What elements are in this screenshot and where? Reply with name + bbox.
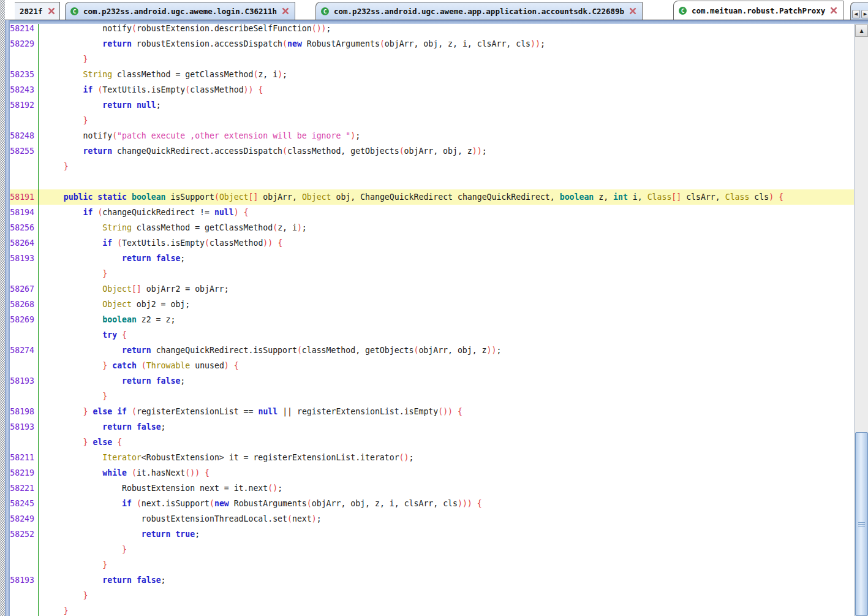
code-line[interactable]: 58235 String classMethod = getClassMetho… (10, 67, 854, 82)
code-text: return false; (36, 572, 166, 588)
tab-label: 2821f (20, 7, 43, 16)
code-line[interactable]: 58211 Iterator<RobustExtension> it = reg… (10, 450, 854, 465)
gutter-separator-line (38, 21, 39, 616)
tab-scroll-right-button[interactable]: ▶ (861, 10, 868, 18)
line-number: 58243 (10, 82, 36, 97)
code-line[interactable]: } (10, 542, 854, 557)
code-line[interactable]: 58219 while (it.hasNext()) { (10, 465, 854, 481)
line-number: 58193 (10, 373, 36, 389)
line-number: 58268 (10, 297, 36, 312)
code-text: } (36, 266, 107, 281)
code-line[interactable]: } else { (10, 435, 854, 450)
code-line[interactable]: 58243 if (TextUtils.isEmpty(classMethod)… (10, 82, 854, 97)
line-number: 58194 (10, 205, 36, 220)
tab-close-icon[interactable] (830, 7, 837, 14)
code-text: if (TextUtils.isEmpty(classMethod)) { (36, 82, 263, 97)
tab-label: com.meituan.robust.PatchProxy (692, 6, 825, 15)
code-line[interactable]: 58194 if (changeQuickRedirect != null) { (10, 205, 854, 220)
tab-4[interactable]: Ccom.meituan.robust.PatchProxy (673, 1, 843, 20)
class-icon: C (679, 7, 687, 15)
code-line[interactable]: } (10, 266, 854, 281)
code-text: return null; (36, 97, 161, 113)
tab-scroll-left-button[interactable]: ◀ (852, 10, 860, 18)
code-line[interactable]: } (10, 51, 854, 67)
code-text: Object[] objArr2 = objArr; (36, 281, 229, 297)
code-line[interactable]: } (10, 159, 854, 174)
code-line[interactable]: 58267 Object[] objArr2 = objArr; (10, 281, 854, 297)
line-number: 58269 (10, 312, 36, 327)
code-line[interactable]: } (10, 389, 854, 404)
tab-bar: 2821fCcom.p232ss.android.ugc.aweme.login… (5, 0, 868, 20)
code-line[interactable]: try { (10, 327, 854, 343)
code-line[interactable]: 58274 return changeQuickRedirect.isSuppo… (10, 343, 854, 358)
code-text: notify("patch execute ,other extension w… (36, 128, 360, 143)
code-text: boolean z2 = z; (36, 312, 175, 327)
code-text: return false; (36, 251, 185, 266)
code-line[interactable] (10, 174, 854, 189)
editor-top-border (5, 20, 868, 24)
line-number: 58193 (10, 251, 36, 266)
code-line[interactable]: 58252 return true; (10, 527, 854, 542)
code-line[interactable]: 58245 if (next.isSupport(new RobustArgum… (10, 496, 854, 511)
line-number: 58256 (10, 220, 36, 235)
line-number: 58211 (10, 450, 36, 465)
tab-close-icon[interactable] (48, 7, 55, 15)
line-number: 58245 (10, 496, 36, 511)
highlighted-code-line[interactable]: 58191 public static boolean isSupport(Ob… (10, 189, 854, 205)
code-line[interactable]: 58193 return false; (10, 251, 854, 266)
tab-close-icon[interactable] (629, 7, 636, 15)
code-line[interactable]: 58229 return robustExtension.accessDispa… (10, 36, 854, 51)
code-line[interactable]: 58192 return null; (10, 97, 854, 113)
code-text: } else if (registerExtensionList == null… (36, 404, 462, 419)
code-text: return robustExtension.accessDispatch(ne… (36, 36, 545, 51)
code-line[interactable]: 58221 RobustExtension next = it.next(); (10, 481, 854, 496)
code-line[interactable]: 58255 return changeQuickRedirect.accessD… (10, 143, 854, 159)
line-number: 58191 (10, 189, 36, 205)
code-line[interactable]: } (10, 113, 854, 128)
line-number: 58255 (10, 143, 36, 159)
code-line[interactable]: 58256 String classMethod = getClassMetho… (10, 220, 854, 235)
code-line[interactable]: } (10, 588, 854, 603)
code-text: } (36, 542, 127, 557)
code-text: while (it.hasNext()) { (36, 465, 209, 481)
code-line[interactable]: 58193 return false; (10, 373, 854, 389)
tab-close-icon[interactable] (282, 7, 289, 15)
code-text: } catch (Throwable unused) { (36, 358, 239, 373)
code-line[interactable]: 58248 notify("patch execute ,other exten… (10, 128, 854, 143)
code-line[interactable]: 58249 robustExtensionThreadLocal.set(nex… (10, 511, 854, 527)
code-line[interactable]: 58193 return false; (10, 419, 854, 435)
code-line[interactable]: 58198 } else if (registerExtensionList =… (10, 404, 854, 419)
code-line[interactable]: 58268 Object obj2 = obj; (10, 297, 854, 312)
class-icon: C (321, 7, 329, 15)
scrollbar-grip-icon (858, 522, 865, 527)
code-text: } (36, 603, 69, 616)
code-line[interactable]: } (10, 557, 854, 572)
code-text: Object obj2 = obj; (36, 297, 190, 312)
tab-label: com.p232ss.android.ugc.aweme.app.applica… (334, 7, 624, 16)
code-line[interactable]: } catch (Throwable unused) { (10, 358, 854, 373)
code-line[interactable]: } (10, 603, 854, 616)
code-text: if (next.isSupport(new RobustArguments(o… (36, 496, 482, 511)
tab-label: com.p232ss.android.ugc.aweme.login.C3621… (83, 7, 277, 16)
code-text: } else { (36, 435, 122, 450)
scrollbar-up-button[interactable]: ▲ (855, 25, 868, 37)
code-text: } (36, 588, 88, 603)
tab-1[interactable]: 2821f (15, 2, 60, 20)
code-editor[interactable]: 58214 notify(robustExtension.describeSel… (10, 21, 854, 616)
code-text: } (36, 159, 69, 174)
line-number: 58193 (10, 419, 36, 435)
tab-2[interactable]: Ccom.p232ss.android.ugc.aweme.login.C362… (65, 2, 295, 20)
line-number: 58249 (10, 511, 36, 527)
line-number: 58264 (10, 235, 36, 251)
code-text: return false; (36, 373, 185, 389)
code-text: robustExtensionThreadLocal.set(next); (36, 511, 322, 527)
vertical-scrollbar-thumb[interactable] (855, 432, 868, 616)
line-number: 58193 (10, 572, 36, 588)
tab-3[interactable]: Ccom.p232ss.android.ugc.aweme.app.applic… (315, 2, 643, 20)
code-line[interactable]: 58269 boolean z2 = z; (10, 312, 854, 327)
code-line[interactable]: 58193 return false; (10, 572, 854, 588)
code-text: } (36, 51, 88, 67)
line-number: 58198 (10, 404, 36, 419)
code-line[interactable]: 58264 if (TextUtils.isEmpty(classMethod)… (10, 235, 854, 251)
code-text: } (36, 389, 107, 404)
